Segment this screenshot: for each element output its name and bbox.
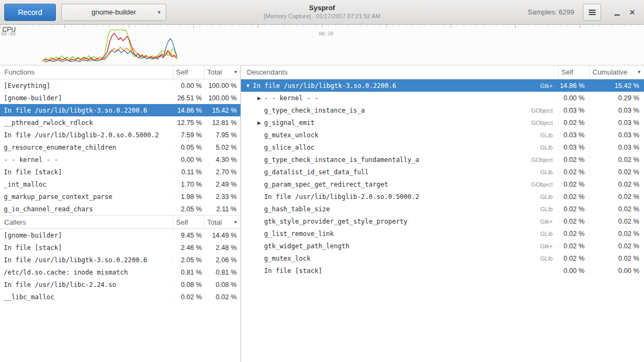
function-name: - - kernel - -: [264, 94, 318, 102]
table-row[interactable]: [gnome-builder]9.45 %14.49 %: [0, 229, 240, 241]
tree-row[interactable]: gtk_style_provider_get_style_propertyGtk…: [241, 215, 644, 227]
library-badge: GLib: [540, 206, 558, 212]
expander-open-icon[interactable]: ▼: [243, 83, 253, 88]
total-percent: 7.95 %: [204, 131, 240, 139]
minimize-button[interactable]: [610, 5, 625, 20]
functions-table-body: [Everything]0.00 %100.00 %[gnome-builder…: [0, 79, 240, 215]
close-button[interactable]: ×: [625, 5, 640, 20]
self-percent: 0.00 %: [558, 267, 589, 275]
expander-closed-icon[interactable]: ▶: [254, 95, 264, 101]
column-header-total[interactable]: Total ▼: [204, 65, 240, 79]
column-header-functions[interactable]: Functions: [0, 65, 173, 79]
function-name: g_signal_emit: [264, 119, 314, 127]
library-badge: GLib: [540, 132, 558, 138]
descendants-table-header: Descendants Self Cumulative ▼: [241, 65, 644, 79]
cumulative-percent: 0.02 %: [589, 156, 644, 164]
column-header-self[interactable]: Self: [558, 65, 589, 79]
tree-row[interactable]: g_type_check_instance_is_aGObject0.03 %0…: [241, 104, 644, 116]
tree-row[interactable]: In file /usr/lib/libglib-2.0.so.0.5000.2…: [241, 190, 644, 203]
column-header-self[interactable]: Self: [173, 216, 204, 228]
tree-row[interactable]: ▶- - kernel - -0.00 %0.29 %: [241, 92, 644, 104]
function-name: g_resource_enumerate_children: [0, 144, 173, 151]
table-row[interactable]: g_markup_parse_context_parse1.98 %2.33 %: [0, 190, 240, 203]
total-percent: 2.70 %: [204, 168, 240, 176]
tree-row[interactable]: g_mutex_unlockGLib0.03 %0.03 %: [241, 129, 644, 141]
tree-row[interactable]: g_slice_allocGLib0.03 %0.03 %: [241, 141, 644, 153]
self-percent: 12.75 %: [173, 119, 204, 127]
total-percent: 15.42 %: [204, 107, 240, 114]
expander-closed-icon[interactable]: ▶: [254, 120, 264, 125]
table-row[interactable]: _int_malloc1.70 %2.49 %: [0, 178, 240, 190]
table-row[interactable]: /etc/ld.so.cache: inode mismatch0.81 %0.…: [0, 266, 240, 278]
column-header-self[interactable]: Self: [173, 65, 204, 79]
descendant-name-cell: gtk_style_provider_get_style_propertyGtk…: [241, 218, 558, 225]
table-row[interactable]: In file [stack]2.46 %2.48 %: [0, 241, 240, 254]
library-badge: GLib: [540, 231, 558, 237]
self-percent: 0.00 %: [558, 94, 589, 102]
table-row[interactable]: - - kernel - -0.00 %4.30 %: [0, 153, 240, 166]
total-percent: 2.33 %: [204, 193, 240, 201]
table-row[interactable]: [gnome-builder]26.51 %100.00 %: [0, 92, 240, 104]
function-name: gtk_widget_path_length: [264, 242, 349, 250]
self-percent: 0.03 %: [558, 107, 589, 114]
self-percent: 7.59 %: [173, 131, 204, 139]
self-percent: 14.86 %: [558, 82, 589, 90]
function-name: g_mutex_unlock: [264, 131, 318, 139]
table-row[interactable]: g_io_channel_read_chars2.05 %2.11 %: [0, 203, 240, 215]
table-row[interactable]: In file [stack]0.11 %2.70 %: [0, 166, 240, 178]
menu-button[interactable]: [583, 4, 601, 21]
tree-row[interactable]: g_datalist_id_set_data_fullGLib0.02 %0.0…: [241, 166, 644, 178]
function-name: In file [stack]: [0, 244, 173, 252]
table-row[interactable]: In file /usr/lib/libglib-2.0.so.0.5000.2…: [0, 129, 240, 141]
function-name: [gnome-builder]: [0, 232, 173, 239]
cpu-series-orange: [44, 47, 177, 62]
table-row[interactable]: In file /usr/lib/libgtk-3.so.0.2200.62.0…: [0, 254, 240, 266]
function-name: In file /usr/lib/libgtk-3.so.0.2200.6: [253, 82, 396, 90]
tree-row[interactable]: gtk_widget_path_lengthGtk+0.02 %0.02 %: [241, 240, 644, 252]
column-header-total-label: Total: [207, 218, 222, 226]
descendant-name-cell: ▶g_signal_emitGObject: [241, 119, 558, 127]
tree-row[interactable]: g_param_spec_get_redirect_targetGObject0…: [241, 178, 644, 190]
right-pane: Descendants Self Cumulative ▼ ▼In file /…: [241, 65, 644, 362]
cumulative-percent: 0.02 %: [589, 255, 644, 262]
tree-row[interactable]: g_mutex_lockGLib0.02 %0.02 %: [241, 252, 644, 264]
self-percent: 14.86 %: [173, 107, 204, 114]
self-percent: 26.51 %: [173, 94, 204, 102]
process-selector-dropdown[interactable]: gnome-builder ▾: [61, 4, 166, 21]
column-header-descendants[interactable]: Descendants: [241, 65, 558, 79]
cumulative-percent: 0.02 %: [589, 230, 644, 238]
descendant-name-cell: ▶- - kernel - -: [241, 94, 558, 102]
cpu-graph[interactable]: CPU 00:00 00:30: [0, 25, 644, 65]
self-percent: 1.98 %: [173, 193, 204, 201]
self-percent: 0.05 %: [173, 144, 204, 151]
function-name: _int_malloc: [0, 181, 173, 188]
table-row[interactable]: [Everything]0.00 %100.00 %: [0, 79, 240, 92]
library-badge: GLib: [540, 255, 558, 262]
descendant-name-cell: In file [stack]: [241, 267, 558, 275]
library-badge: Gtk+: [540, 218, 558, 225]
tree-row[interactable]: ▶g_signal_emitGObject0.02 %0.03 %: [241, 116, 644, 129]
table-row[interactable]: __pthread_rwlock_rdlock12.75 %12.81 %: [0, 116, 240, 129]
library-badge: GObject: [531, 107, 558, 114]
column-header-cumulative[interactable]: Cumulative ▼: [589, 65, 644, 79]
table-row[interactable]: __libc_malloc0.02 %0.02 %: [0, 291, 240, 303]
self-percent: 2.05 %: [173, 256, 204, 264]
tree-row[interactable]: g_type_check_instance_is_fundamentally_a…: [241, 153, 644, 166]
function-name: In file /usr/lib/libglib-2.0.so.0.5000.2: [264, 193, 419, 201]
descendant-name-cell: In file /usr/lib/libglib-2.0.so.0.5000.2…: [241, 193, 558, 201]
descendant-name-cell: g_datalist_id_set_data_fullGLib: [241, 168, 558, 176]
table-row[interactable]: In file /usr/lib/libc-2.24.so0.08 %0.08 …: [0, 278, 240, 291]
function-name: In file /usr/lib/libglib-2.0.so.0.5000.2: [0, 131, 173, 139]
tree-row[interactable]: g_hash_table_sizeGLib0.02 %0.02 %: [241, 203, 644, 215]
column-header-callers[interactable]: Callers: [0, 216, 173, 228]
table-row[interactable]: In file /usr/lib/libgtk-3.so.0.2200.614.…: [0, 104, 240, 116]
table-row[interactable]: g_resource_enumerate_children0.05 %5.02 …: [0, 141, 240, 153]
tree-row[interactable]: ▼In file /usr/lib/libgtk-3.so.0.2200.6Gt…: [241, 79, 644, 92]
record-button[interactable]: Record: [4, 4, 56, 21]
column-header-total[interactable]: Total ▼: [204, 216, 240, 228]
tree-row[interactable]: In file [stack]0.00 %0.00 %: [241, 264, 644, 277]
total-percent: 2.49 %: [204, 181, 240, 188]
tree-row[interactable]: g_list_remove_linkGLib0.02 %0.02 %: [241, 227, 644, 240]
cumulative-percent: 0.02 %: [589, 205, 644, 213]
self-percent: 2.05 %: [173, 205, 204, 213]
